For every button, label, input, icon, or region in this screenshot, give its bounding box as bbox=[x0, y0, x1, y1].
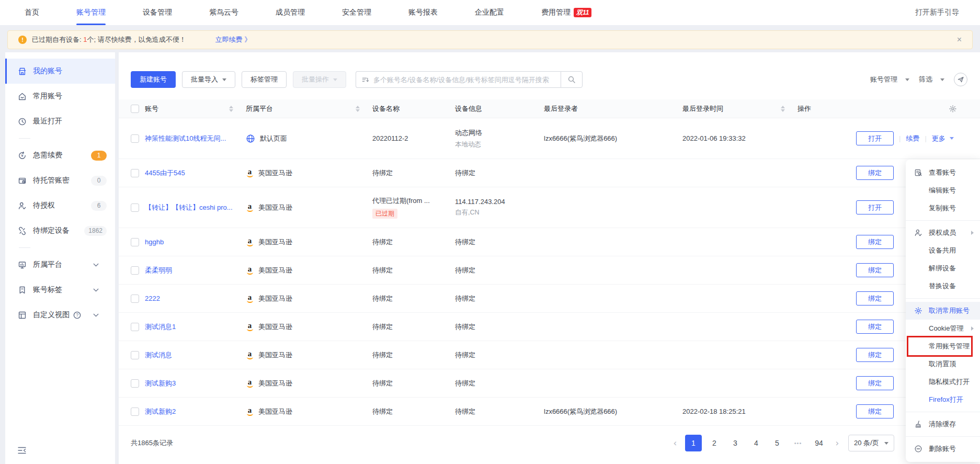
row-checkbox[interactable] bbox=[131, 134, 139, 143]
account-name-link[interactable]: 2222 bbox=[145, 295, 160, 302]
menu-item-取消置顶[interactable]: 取消置顶 bbox=[906, 355, 980, 373]
nav-item-设备管理[interactable]: 设备管理 bbox=[143, 0, 172, 25]
account-name-link[interactable]: 测试新购2 bbox=[145, 407, 176, 416]
send-circle-button[interactable] bbox=[954, 73, 967, 86]
action-button-绑定[interactable]: 绑定 bbox=[856, 235, 894, 249]
record-total: 共1865条记录 bbox=[131, 438, 173, 448]
menu-item-Firefox打开[interactable]: Firefox打开 bbox=[906, 391, 980, 409]
nav-item-安全管理[interactable]: 安全管理 bbox=[342, 0, 371, 25]
menu-item-清除缓存[interactable]: 清除缓存 bbox=[906, 415, 980, 433]
sidebar-item-最近打开[interactable]: 最近打开 bbox=[5, 109, 115, 134]
action-button-打开[interactable]: 打开 bbox=[856, 131, 894, 145]
next-page-arrow[interactable]: › bbox=[831, 438, 843, 448]
menu-item-查看账号[interactable]: 查看账号 bbox=[906, 164, 980, 182]
row-checkbox[interactable] bbox=[131, 238, 139, 246]
action-button-绑定[interactable]: 绑定 bbox=[856, 291, 894, 305]
page-button-1[interactable]: 1 bbox=[685, 435, 702, 451]
row-checkbox-cell bbox=[119, 238, 145, 246]
account-name-link[interactable]: hgghb bbox=[145, 238, 164, 246]
menu-item-取消常用账号[interactable]: 取消常用账号 bbox=[906, 302, 980, 320]
close-icon[interactable]: × bbox=[957, 36, 962, 44]
prev-page-arrow[interactable]: ‹ bbox=[669, 438, 681, 448]
sidebar-item-我的账号[interactable]: 我的账号 bbox=[5, 59, 115, 84]
menu-item-复制账号[interactable]: 复制账号 bbox=[906, 199, 980, 217]
nav-item-账号报表[interactable]: 账号报表 bbox=[408, 0, 438, 25]
account-name-link[interactable]: 测试新购3 bbox=[145, 379, 176, 388]
nav-item-成员管理[interactable]: 成员管理 bbox=[276, 0, 305, 25]
page-button-5[interactable]: 5 bbox=[769, 435, 785, 451]
page-button-94[interactable]: 94 bbox=[811, 435, 827, 451]
sidebar-item-待授权[interactable]: 待授权6 bbox=[5, 193, 115, 218]
nav-item-首页[interactable]: 首页 bbox=[25, 0, 39, 25]
menu-item-授权成员[interactable]: 授权成员 bbox=[906, 224, 980, 242]
action-button-绑定[interactable]: 绑定 bbox=[856, 263, 894, 277]
sort-icon[interactable] bbox=[229, 106, 233, 112]
menu-item-隐私模式打开[interactable]: 隐私模式打开 bbox=[906, 373, 980, 391]
row-checkbox[interactable] bbox=[131, 351, 139, 359]
menu-item-常用账号管理[interactable]: 常用账号管理 bbox=[906, 337, 980, 355]
account-name-link[interactable]: 测试消息1 bbox=[145, 322, 176, 332]
action-button-绑定[interactable]: 绑定 bbox=[856, 376, 894, 390]
search-button[interactable] bbox=[561, 71, 583, 88]
sidebar: 我的账号常用账号最近打开¥急需续费1待托管账密0待授权6待绑定设备1862所属平… bbox=[5, 52, 115, 464]
caret-down-icon bbox=[940, 78, 944, 81]
account-name-link[interactable]: 神策性能测试10线程无间... bbox=[145, 134, 226, 143]
account-name-cell: 测试消息1 bbox=[145, 322, 246, 332]
filter-dropdown[interactable]: 筛选 bbox=[919, 75, 944, 84]
row-checkbox[interactable] bbox=[131, 295, 139, 303]
menu-item-解绑设备[interactable]: 解绑设备 bbox=[906, 259, 980, 277]
page-button-3[interactable]: 3 bbox=[727, 435, 744, 451]
row-checkbox[interactable] bbox=[131, 408, 139, 416]
menu-item-Cookie管理[interactable]: Cookie管理 bbox=[906, 320, 980, 337]
row-checkbox[interactable] bbox=[131, 379, 139, 388]
batch-import-button[interactable]: 批量导入 bbox=[182, 71, 235, 88]
tag-manage-button[interactable]: 标签管理 bbox=[242, 71, 287, 88]
sidebar-item-常用账号[interactable]: 常用账号 bbox=[5, 84, 115, 109]
nav-item-紫鸟云号[interactable]: 紫鸟云号 bbox=[209, 0, 238, 25]
table-row: 神策性能测试10线程无间...默认页面20220112-2动态网络本地动态lzx… bbox=[119, 118, 980, 159]
sidebar-item-账号标签[interactable]: 账号标签 bbox=[5, 277, 115, 302]
menu-item-编辑账号[interactable]: 编辑账号 bbox=[906, 182, 980, 199]
row-checkbox[interactable] bbox=[131, 169, 139, 177]
row-checkbox[interactable] bbox=[131, 203, 139, 212]
renew-now-link[interactable]: 立即续费 》 bbox=[215, 35, 252, 44]
nav-item-账号管理[interactable]: 账号管理 bbox=[76, 0, 106, 25]
view-select-dropdown[interactable]: 账号管理 bbox=[870, 75, 909, 84]
nav-item-企业配置[interactable]: 企业配置 bbox=[475, 0, 504, 25]
action-link-更多[interactable]: 更多 bbox=[932, 134, 954, 143]
account-name-link[interactable]: 测试消息 bbox=[145, 350, 172, 360]
select-all-checkbox[interactable] bbox=[131, 105, 139, 113]
search-input[interactable] bbox=[373, 76, 555, 84]
action-button-绑定[interactable]: 绑定 bbox=[856, 404, 894, 418]
sidebar-collapse-icon[interactable] bbox=[17, 445, 27, 456]
usercheck-icon bbox=[18, 201, 27, 210]
batch-action-button[interactable]: 批量操作 bbox=[293, 71, 346, 88]
row-checkbox[interactable] bbox=[131, 323, 139, 331]
page-button-2[interactable]: 2 bbox=[706, 435, 723, 451]
open-guide-link[interactable]: 打开新手引导 bbox=[915, 8, 959, 17]
menu-item-设备共用[interactable]: 设备共用 bbox=[906, 242, 980, 259]
action-button-绑定[interactable]: 绑定 bbox=[856, 166, 894, 180]
nav-item-费用管理[interactable]: 费用管理双11 bbox=[541, 0, 591, 25]
sidebar-item-自定义视图[interactable]: 自定义视图? bbox=[5, 302, 115, 327]
action-button-绑定[interactable]: 绑定 bbox=[856, 320, 894, 334]
account-name-link[interactable]: 柔柔弱弱 bbox=[145, 266, 172, 275]
sidebar-item-待托管账密[interactable]: 待托管账密0 bbox=[5, 168, 115, 193]
menu-item-替换设备[interactable]: 替换设备 bbox=[906, 277, 980, 295]
sidebar-item-急需续费[interactable]: ¥急需续费1 bbox=[5, 143, 115, 168]
account-name-link[interactable]: 4455由于545 bbox=[145, 168, 185, 178]
action-button-打开[interactable]: 打开 bbox=[856, 200, 894, 214]
action-link-续费[interactable]: 续费 bbox=[906, 134, 919, 143]
menu-item-删除账号[interactable]: 删除账号 bbox=[906, 440, 980, 458]
action-button-绑定[interactable]: 绑定 bbox=[856, 348, 894, 362]
new-account-button[interactable]: 新建账号 bbox=[131, 71, 176, 88]
row-checkbox[interactable] bbox=[131, 266, 139, 275]
page-button-4[interactable]: 4 bbox=[748, 435, 765, 451]
sort-icon[interactable] bbox=[356, 106, 360, 112]
page-size-select[interactable]: 20 条/页 bbox=[848, 435, 894, 451]
sort-icon[interactable] bbox=[781, 106, 785, 112]
sidebar-item-label: 账号标签 bbox=[33, 285, 62, 295]
account-name-link[interactable]: 【转让】【转让】ceshi pro... bbox=[145, 203, 233, 212]
sidebar-item-所属平台[interactable]: 所属平台 bbox=[5, 252, 115, 277]
sidebar-item-待绑定设备[interactable]: 待绑定设备1862 bbox=[5, 218, 115, 243]
